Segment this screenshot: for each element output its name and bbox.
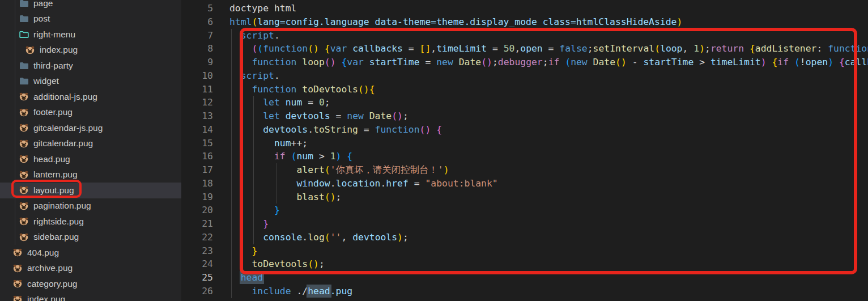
tree-item-category.pug[interactable]: category.pug: [0, 276, 181, 292]
pug-icon: [25, 46, 35, 54]
tree-item-label: footer.pug: [33, 107, 73, 117]
code-text: script.: [213, 29, 280, 43]
line-number: 10: [181, 69, 213, 83]
line-number: 14: [181, 123, 213, 137]
line-number: 11: [181, 83, 213, 96]
code-line[interactable]: 6html(lang=config.language data-theme=th…: [181, 15, 868, 29]
pug-icon: [19, 186, 29, 194]
code-text: head: [213, 271, 263, 285]
indent-guide: [253, 96, 254, 109]
pug-icon: [19, 92, 29, 101]
code-line[interactable]: 10 script.: [181, 69, 868, 83]
indent-guide: [231, 29, 232, 43]
indent-guide: [276, 190, 276, 204]
tree-item-label: layout.pug: [33, 185, 74, 196]
tree-item-footer.pug[interactable]: footer.pug: [0, 105, 181, 121]
line-number: 26: [181, 285, 213, 298]
folder-icon: [19, 0, 29, 7]
tree-item-label: widget: [33, 76, 59, 86]
tree-item-gitcalendar-js.pug[interactable]: gitcalendar-js.pug: [0, 120, 181, 136]
tree-item-additional-js.pug[interactable]: additional-js.pug: [0, 89, 181, 105]
code-line[interactable]: 14 devtools.toString = function() {: [181, 123, 868, 137]
word-highlight: head: [240, 271, 264, 284]
pug-icon: [19, 92, 29, 101]
code-editor-window: pagepostright-menuindex.pugthird-partywi…: [0, 0, 868, 301]
tree-item-page[interactable]: page: [0, 0, 181, 11]
code-text: }: [213, 217, 269, 231]
indent-guide: [253, 204, 254, 217]
code-line[interactable]: 12 let num = 0;: [181, 96, 868, 109]
code-line[interactable]: 23 }: [181, 244, 868, 258]
code-line[interactable]: 5doctype html: [181, 2, 868, 15]
pug-icon: [19, 108, 29, 117]
folder-icon: [19, 77, 29, 86]
tree-item-label: post: [33, 14, 50, 24]
folder-icon: [19, 15, 29, 23]
pug-icon: [12, 295, 23, 301]
pug-icon: [12, 279, 23, 288]
tree-item-post[interactable]: post: [0, 11, 181, 27]
indent-guide: [231, 163, 232, 177]
tree-item-pagination.pug[interactable]: pagination.pug: [0, 198, 181, 214]
code-line[interactable]: 19 blast();: [181, 190, 868, 204]
line-number: 9: [181, 56, 213, 69]
indent-guide: [231, 190, 232, 204]
indent-guide: [253, 109, 254, 123]
tree-item-label: lantern.pug: [33, 169, 78, 180]
tree-item-widget[interactable]: widget: [0, 74, 181, 90]
pug-icon: [19, 171, 29, 179]
indent-guide: [231, 83, 232, 96]
code-text: window.location.href = "about:blank": [213, 177, 498, 190]
tree-item-third-party[interactable]: third-party: [0, 58, 181, 74]
code-text: devtools.toString = function() {: [213, 123, 442, 137]
code-text: blast();: [213, 190, 341, 204]
indent-guide: [231, 96, 232, 109]
code-text: function loop() {var startTime = new Dat…: [213, 56, 868, 69]
code-line[interactable]: 21 }: [181, 217, 868, 231]
code-line[interactable]: 18 window.location.href = "about:blank": [181, 177, 868, 190]
tree-item-gitcalendar.pug[interactable]: gitcalendar.pug: [0, 136, 181, 152]
code-line[interactable]: 11 function toDevtools(){: [181, 83, 868, 96]
code-line[interactable]: 8 ((function() {var callbacks = [],timeL…: [181, 42, 868, 56]
line-number: 8: [181, 42, 213, 56]
tree-item-layout.pug[interactable]: layout.pug: [0, 183, 181, 198]
line-number: 19: [181, 190, 213, 204]
folder-open-icon: [19, 30, 29, 39]
indent-guide: [253, 217, 254, 231]
tree-item-rightside.pug[interactable]: rightside.pug: [0, 214, 181, 230]
indent-guide: [231, 271, 232, 285]
pug-icon: [19, 233, 29, 241]
code-line[interactable]: 25 head: [181, 271, 868, 285]
code-editor: 5doctype html6html(lang=config.language …: [181, 0, 868, 301]
file-tree: pagepostright-menuindex.pugthird-partywi…: [0, 0, 181, 301]
tree-item-right-menu[interactable]: right-menu: [0, 27, 181, 43]
tree-item-head.pug[interactable]: head.pug: [0, 151, 181, 167]
word-highlight: head: [307, 285, 331, 298]
code-line[interactable]: 13 let devtools = new Date();: [181, 109, 868, 123]
tree-item-label: index.pug: [40, 45, 78, 55]
folder-icon: [19, 77, 29, 85]
tree-item-sidebar.pug[interactable]: sidebar.pug: [0, 230, 181, 245]
tree-item-label: sidebar.pug: [33, 232, 79, 242]
pug-icon: [19, 202, 29, 210]
pug-icon: [19, 155, 29, 163]
line-number: 6: [181, 15, 213, 29]
tree-item-archive.pug[interactable]: archive.pug: [0, 261, 181, 277]
code-line[interactable]: 22 console.log('', devtools);: [181, 231, 868, 244]
code-line[interactable]: 20 }: [181, 204, 868, 217]
code-line[interactable]: 26 include ./head.pug: [181, 285, 868, 298]
tree-item-index.pug[interactable]: index.pug: [0, 292, 181, 301]
tree-item-label: rightside.pug: [33, 217, 84, 227]
code-line[interactable]: 24 toDevtools();: [181, 257, 868, 271]
code-line[interactable]: 7 script.: [181, 29, 868, 43]
line-number: 22: [181, 231, 213, 244]
code-line[interactable]: 16 if (num > 1) {: [181, 150, 868, 163]
tree-item-index.pug[interactable]: index.pug: [0, 43, 181, 58]
tree-item-lantern.pug[interactable]: lantern.pug: [0, 167, 181, 183]
tree-item-404.pug[interactable]: 404.pug: [0, 245, 181, 261]
code-line[interactable]: 15 num++;: [181, 137, 868, 150]
code-line[interactable]: 9 function loop() {var startTime = new D…: [181, 56, 868, 69]
folder-open-icon: [19, 31, 29, 39]
indent-guide: [231, 150, 232, 163]
code-line[interactable]: 17 alert('你真坏，请关闭控制台！'): [181, 163, 868, 177]
